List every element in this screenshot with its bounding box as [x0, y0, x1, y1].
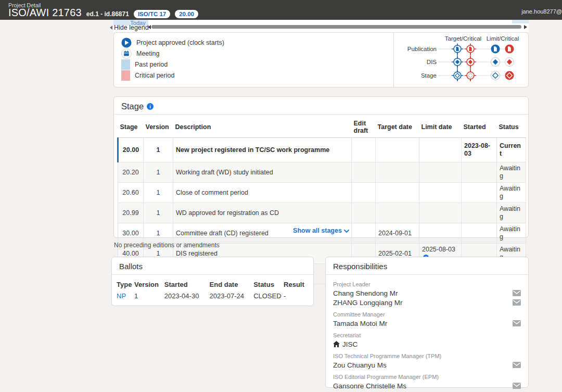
past-period-swatch: [121, 59, 130, 70]
role-label: Secretariat: [333, 332, 521, 338]
stage-row: 20.991WD approved for registration as CD…: [118, 203, 526, 223]
col-header-version: Version: [144, 118, 173, 138]
edit-draft-cell: [352, 162, 376, 183]
meeting-calendar-icon: [121, 48, 132, 59]
person-row: ZHANG Longqiang Mr: [333, 298, 521, 307]
person-name: Tamada Motoi Mr: [333, 320, 387, 327]
show-all-stages-link[interactable]: Show all stages: [114, 227, 528, 234]
collapse-left-icon: [110, 26, 112, 30]
col-header-edit-draft: Edit draft: [352, 118, 376, 138]
horizontal-scrollbar[interactable]: [151, 25, 521, 29]
version-cell: 1: [144, 203, 173, 223]
edition-id-label: ed.1 - id.86871: [86, 10, 129, 18]
committee-badge[interactable]: ISO/TC 17: [134, 10, 170, 18]
person-row: Tamada Motoi Mr: [333, 319, 521, 328]
email-button[interactable]: [513, 362, 521, 368]
version-cell: 1: [144, 183, 173, 203]
email-icon: [513, 320, 521, 326]
project-title-row: ISO/AWI 21763 ed.1 - id.86871 ISO/TC 17 …: [8, 7, 198, 19]
limit-dis-blue-icon: [491, 58, 500, 67]
status-cell: Current: [497, 138, 526, 162]
email-icon: [513, 299, 521, 306]
stage-info-icon[interactable]: [147, 103, 154, 110]
show-all-stages-label: Show all stages: [293, 227, 342, 234]
stage-table-header-row: Stage Version Description Edit draft Tar…: [118, 118, 526, 138]
started-cell: [462, 183, 497, 203]
description-cell: Working draft (WD) study initiated: [173, 162, 352, 183]
col-header-target-date: Target date: [376, 118, 419, 138]
role-label: Project Leader: [333, 281, 521, 287]
email-icon: [513, 362, 521, 368]
started-cell: [462, 162, 497, 183]
hide-legend-button[interactable]: Hide legend: [110, 24, 149, 31]
edit-draft-cell: [352, 203, 376, 223]
email-button[interactable]: [513, 299, 521, 306]
legend-panel: Project approved (clock starts) Meeting …: [113, 32, 529, 87]
page-title: ISO/AWI 21763: [8, 7, 82, 19]
stage-row: 20.601Close of comment periodAwaiting: [118, 183, 526, 203]
scrollbar-left-arrow-icon[interactable]: [148, 25, 151, 29]
home-icon: [333, 341, 340, 347]
legend-item-list: Project approved (clock starts) Meeting …: [121, 37, 224, 81]
critical-period-swatch: [121, 70, 130, 81]
started-cell: 2023-08-03: [462, 138, 497, 162]
legend-item-critical-period: Critical period: [121, 70, 224, 81]
limit-dis-red-icon: [505, 58, 514, 67]
period-band-right: [512, 20, 529, 23]
top-header-bar: Project Detail ISO/AWI 21763 ed.1 - id.8…: [0, 0, 562, 20]
legend-item-project-approved: Project approved (clock starts): [121, 37, 224, 48]
limit-stage-red-icon: [505, 71, 514, 80]
col-header-status: Status: [253, 281, 284, 292]
ballot-result: -: [284, 292, 313, 300]
ballot-started: 2023-04-30: [164, 292, 210, 300]
ballots-title: Ballots: [119, 262, 143, 271]
stage-section-title: Stage: [121, 102, 144, 111]
divider: [114, 114, 528, 115]
stage-row: 20.201Working draft (WD) study initiated…: [118, 162, 526, 183]
ballot-end-date: 2023-07-24: [210, 292, 254, 300]
col-header-status: Status: [497, 118, 526, 138]
ballot-version: 1: [134, 292, 164, 300]
person-name: ZHANG Longqiang Mr: [333, 299, 403, 307]
stage-badge[interactable]: 20.00: [175, 10, 198, 18]
limit-date-cell: [419, 138, 462, 162]
email-button[interactable]: [513, 320, 521, 326]
legend-row-label-publication: Publication: [374, 46, 437, 52]
ballot-type-link[interactable]: NP: [117, 292, 126, 300]
responsibility-group: Project LeaderChang Shendong MrZHANG Lon…: [333, 277, 521, 307]
email-icon: [513, 290, 521, 296]
limit-date-cell: [419, 183, 462, 203]
target-publication-red-icon: [465, 44, 476, 54]
gantt-strip: Today Hide legend: [113, 20, 529, 32]
legend-matrix-icons: [437, 43, 525, 85]
status-cell: Awaiting: [497, 162, 526, 183]
legend-item-meeting: Meeting: [121, 48, 224, 59]
legend-item-label: Meeting: [136, 50, 159, 57]
user-email[interactable]: jane.hou8277@: [521, 8, 562, 15]
responsibilities-list: Project LeaderChang Shendong MrZHANG Lon…: [326, 277, 528, 390]
person-name: Gansonre Christelle Ms: [333, 382, 406, 390]
responsibilities-section: Responsibilities Project LeaderChang She…: [325, 257, 529, 388]
edit-draft-cell: [352, 183, 376, 203]
email-button[interactable]: [513, 383, 521, 389]
divider: [326, 274, 528, 275]
scrollbar-right-arrow-icon[interactable]: [524, 25, 527, 29]
target-dis-red-icon: [465, 57, 476, 67]
responsibility-group: ISO Technical Programme Manager (TPM)Zou…: [333, 349, 521, 370]
responsibilities-title: Responsibilities: [333, 262, 387, 271]
ballot-status: CLOSED: [253, 292, 284, 300]
email-icon: [513, 383, 521, 389]
person-name: JISC: [333, 340, 357, 348]
email-button[interactable]: [513, 290, 521, 296]
status-cell: Awaiting: [497, 203, 526, 223]
target-date-cell: [376, 162, 419, 183]
legend-row-label-dis: DIS: [374, 59, 437, 65]
chevron-down-icon: [344, 230, 349, 233]
target-stage-blue-icon: [452, 70, 463, 81]
divider: [112, 274, 313, 275]
stage-code-cell: 20.00: [118, 138, 144, 162]
person-name: Chang Shendong Mr: [333, 289, 398, 297]
version-cell: 1: [144, 162, 173, 183]
version-cell: 1: [144, 138, 173, 162]
ballots-table: Type Version Started End date Status Res…: [117, 281, 313, 300]
